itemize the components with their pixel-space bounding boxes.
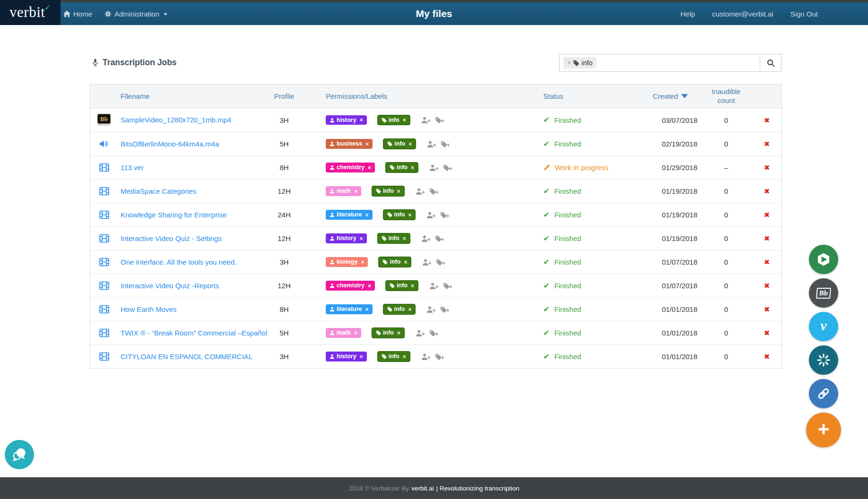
delete-button[interactable]: ✖: [764, 117, 770, 124]
delete-button[interactable]: ✖: [764, 353, 770, 360]
permission-badge[interactable]: literature×: [326, 304, 373, 314]
remove-icon[interactable]: ×: [397, 189, 400, 194]
header-inaudible[interactable]: Inaudible count: [700, 87, 752, 105]
filename-link[interactable]: BitsOfBerlinMono-64km4a.m4a: [121, 140, 219, 148]
link-button[interactable]: [809, 379, 838, 408]
remove-icon[interactable]: ×: [361, 259, 364, 265]
label-badge[interactable]: info×: [372, 327, 405, 338]
label-badge[interactable]: info×: [383, 138, 416, 149]
nav-home[interactable]: Home: [63, 10, 92, 18]
permission-badge[interactable]: business×: [326, 139, 373, 149]
permission-badge[interactable]: history×: [326, 352, 367, 361]
delete-button[interactable]: ✖: [764, 188, 770, 195]
verbit-logo[interactable]: verbit ✓: [0, 0, 61, 25]
permission-badge[interactable]: chemistry×: [326, 163, 375, 172]
nav-user-email[interactable]: customer@verbit.ai: [712, 10, 773, 18]
permission-badge[interactable]: biology×: [326, 257, 368, 267]
remove-icon[interactable]: ×: [360, 354, 363, 360]
permission-badge[interactable]: chemistry×: [326, 281, 375, 291]
filename-link[interactable]: Interactive Video Quiz -Reports: [121, 282, 219, 290]
remove-icon[interactable]: ×: [368, 165, 371, 171]
chat-button[interactable]: [5, 440, 34, 469]
add-file-button[interactable]: +: [806, 413, 841, 447]
remove-icon[interactable]: ×: [360, 117, 363, 123]
add-permission-icon[interactable]: [421, 353, 431, 361]
remove-icon[interactable]: ×: [408, 307, 411, 312]
remove-icon[interactable]: ×: [365, 307, 369, 312]
filename-link[interactable]: How Earth Moves: [121, 305, 176, 313]
label-badge[interactable]: info×: [377, 115, 410, 126]
filename-link[interactable]: 113 ver: [121, 163, 144, 172]
remove-icon[interactable]: ×: [354, 330, 357, 336]
header-status[interactable]: Status: [535, 92, 639, 100]
remove-token-icon[interactable]: ×: [567, 60, 571, 66]
search-button[interactable]: [760, 54, 781, 72]
label-badge[interactable]: info×: [372, 186, 405, 197]
add-label-icon[interactable]: [440, 305, 450, 313]
add-label-icon[interactable]: [434, 234, 445, 242]
remove-icon[interactable]: ×: [365, 212, 369, 218]
filename-link[interactable]: One interface. All the tools you need.: [121, 258, 236, 266]
permission-badge[interactable]: history×: [326, 115, 367, 125]
filename-link[interactable]: TWIX ® - “Break Room” Commercial –Españo…: [121, 329, 267, 337]
add-permission-icon[interactable]: [429, 282, 439, 290]
add-permission-icon[interactable]: [421, 116, 431, 124]
nav-administration[interactable]: Administration: [104, 10, 167, 18]
filename-link[interactable]: Interactive Video Quiz - Settings: [121, 234, 222, 242]
label-badge[interactable]: info×: [383, 304, 416, 315]
remove-icon[interactable]: ×: [411, 283, 414, 289]
remove-icon[interactable]: ×: [404, 259, 407, 265]
label-badge[interactable]: info×: [377, 351, 410, 362]
delete-button[interactable]: ✖: [764, 329, 770, 336]
delete-button[interactable]: ✖: [764, 164, 770, 171]
remove-icon[interactable]: ×: [403, 354, 406, 360]
delete-button[interactable]: ✖: [764, 211, 770, 218]
label-badge[interactable]: info×: [378, 257, 411, 267]
blackboard-button[interactable]: Bb: [809, 278, 838, 308]
permission-badge[interactable]: math×: [326, 186, 361, 196]
remove-icon[interactable]: ×: [354, 189, 357, 194]
remove-icon[interactable]: ×: [368, 283, 371, 289]
kaltura-button[interactable]: [809, 345, 838, 375]
permission-badge[interactable]: math×: [326, 328, 361, 338]
remove-icon[interactable]: ×: [397, 330, 400, 336]
header-filename[interactable]: Filename: [118, 92, 265, 100]
add-label-icon[interactable]: [443, 163, 453, 172]
add-permission-icon[interactable]: [429, 163, 439, 172]
delete-button[interactable]: ✖: [764, 140, 770, 147]
add-permission-icon[interactable]: [426, 305, 436, 313]
remove-icon[interactable]: ×: [360, 236, 363, 241]
add-permission-icon[interactable]: [422, 258, 432, 266]
nav-sign-out[interactable]: Sign Out: [790, 10, 818, 18]
add-permission-icon[interactable]: [415, 187, 425, 195]
panopto-button[interactable]: [809, 245, 838, 274]
filename-link[interactable]: CITYLOAN EN ESPANOL COMMERCIAL: [121, 353, 252, 361]
add-permission-icon[interactable]: [426, 140, 437, 148]
add-label-icon[interactable]: [429, 187, 439, 195]
label-badge[interactable]: info×: [377, 233, 410, 244]
add-label-icon[interactable]: [440, 211, 450, 219]
header-profile[interactable]: Profile: [265, 92, 303, 100]
remove-icon[interactable]: ×: [365, 141, 369, 147]
delete-button[interactable]: ✖: [764, 306, 770, 313]
footer-brand-link[interactable]: verbit.ai: [411, 485, 434, 492]
add-label-icon[interactable]: [435, 258, 446, 266]
remove-icon[interactable]: ×: [403, 236, 406, 241]
search-input[interactable]: × info: [559, 54, 760, 72]
label-badge[interactable]: info×: [385, 280, 418, 291]
nav-help[interactable]: Help: [680, 10, 695, 18]
vimeo-button[interactable]: v: [809, 312, 838, 341]
add-permission-icon[interactable]: [415, 329, 425, 337]
permission-badge[interactable]: history×: [326, 233, 367, 243]
remove-icon[interactable]: ×: [403, 117, 406, 123]
add-label-icon[interactable]: [440, 140, 451, 148]
filename-link[interactable]: SampleVideo_1280x720_1mb.mp4: [121, 116, 231, 124]
add-permission-icon[interactable]: [426, 211, 436, 219]
add-label-icon[interactable]: [429, 329, 439, 337]
remove-icon[interactable]: ×: [408, 141, 412, 147]
remove-icon[interactable]: ×: [408, 212, 411, 218]
label-badge[interactable]: info×: [385, 162, 418, 173]
add-label-icon[interactable]: [434, 116, 445, 124]
delete-button[interactable]: ✖: [764, 258, 770, 266]
header-created[interactable]: Created: [639, 92, 700, 100]
